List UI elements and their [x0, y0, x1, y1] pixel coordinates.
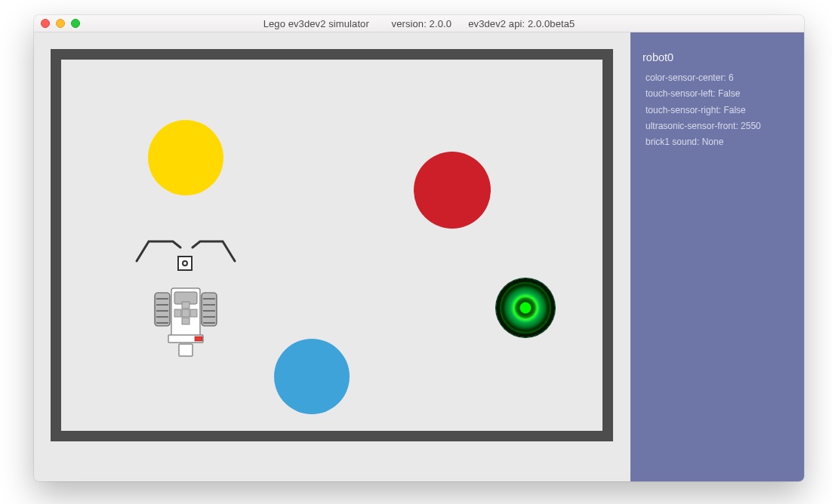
sensor-row: touch-sensor-right: False	[642, 103, 793, 118]
arm-left-icon	[137, 241, 180, 261]
zoom-icon[interactable]	[71, 19, 80, 28]
sensor-row: ultrasonic-sensor-front: 2550	[642, 119, 793, 134]
svg-rect-13	[182, 309, 190, 317]
svg-rect-6	[202, 293, 217, 326]
svg-rect-17	[190, 309, 197, 317]
app-window: Lego ev3dev2 simulator version: 2.0.0 ev…	[34, 15, 804, 481]
sensor-row: brick1 sound: None	[642, 135, 793, 149]
svg-rect-19	[179, 344, 193, 356]
svg-rect-0	[155, 293, 170, 326]
arena-border	[51, 49, 613, 441]
svg-rect-15	[182, 318, 190, 324]
sensor-panel: robot0 color-sensor-center: 6touch-senso…	[630, 32, 804, 481]
color-sensor-icon	[177, 256, 193, 271]
sensor-list: color-sensor-center: 6touch-sensor-left:…	[642, 71, 793, 149]
tread-left	[155, 293, 170, 326]
window-title: Lego ev3dev2 simulator version: 2.0.0 ev…	[34, 18, 804, 29]
robot-name-label: robot0	[642, 49, 793, 66]
tread-right	[202, 293, 217, 326]
obstacle-blue	[274, 339, 350, 414]
simulation-area[interactable]	[34, 32, 630, 481]
window-controls	[41, 19, 80, 28]
arm-right-icon	[193, 241, 235, 261]
obstacle-yellow	[148, 120, 223, 195]
minimize-icon[interactable]	[56, 19, 65, 28]
target-green	[496, 278, 555, 337]
sensor-row: touch-sensor-left: False	[642, 87, 793, 101]
obstacle-red	[414, 152, 491, 229]
arena	[61, 60, 602, 431]
svg-rect-16	[174, 309, 181, 317]
status-led-icon	[195, 337, 202, 341]
titlebar[interactable]: Lego ev3dev2 simulator version: 2.0.0 ev…	[34, 15, 804, 32]
svg-rect-14	[182, 302, 190, 309]
robot-sprite	[122, 214, 250, 380]
close-icon[interactable]	[41, 19, 50, 28]
content: robot0 color-sensor-center: 6touch-senso…	[34, 32, 804, 481]
sensor-row: color-sensor-center: 6	[642, 71, 793, 85]
